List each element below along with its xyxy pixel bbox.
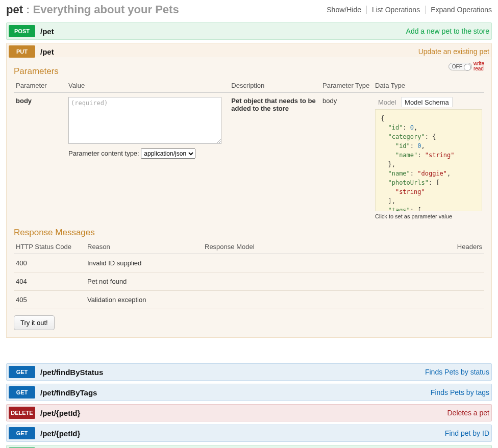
method-badge: GET bbox=[9, 427, 35, 439]
status-reason: Validation exception bbox=[85, 291, 203, 309]
method-badge: PUT bbox=[9, 45, 35, 58]
schema-hint[interactable]: Click to set as parameter value bbox=[375, 213, 482, 219]
param-description: Pet object that needs to be added to the… bbox=[229, 93, 320, 224]
op-summary: Finds Pets by status bbox=[425, 368, 489, 376]
status-code: 405 bbox=[14, 291, 85, 309]
op-path: /pet/{petId} bbox=[40, 429, 80, 438]
list-operations[interactable]: List Operations bbox=[367, 6, 426, 14]
op-post-petid[interactable]: POST /pet/{petId} Updates a pet in the s… bbox=[6, 445, 492, 448]
write-read-toggle[interactable]: OFF writeread bbox=[449, 61, 484, 71]
method-badge: POST bbox=[9, 25, 35, 37]
col-model: Response Model bbox=[203, 240, 385, 254]
op-get-petid[interactable]: GET /pet/{petId} Find pet by ID bbox=[6, 425, 492, 442]
status-code: 404 bbox=[14, 272, 85, 291]
op-path: /pet/findByTags bbox=[40, 388, 97, 397]
col-reason: Reason bbox=[85, 240, 203, 254]
op-summary: Update an existing pet bbox=[418, 47, 489, 56]
param-name: body bbox=[14, 93, 66, 224]
col-parameter: Parameter bbox=[14, 79, 66, 93]
op-post-pet[interactable]: POST /pet Add a new pet to the store bbox=[6, 22, 492, 40]
status-reason: Invalid ID supplied bbox=[85, 254, 203, 272]
resource-title[interactable]: pet : Everything about your Pets bbox=[6, 3, 179, 16]
response-row: 400 Invalid ID supplied bbox=[14, 254, 484, 272]
toggle-show-hide[interactable]: Show/Hide bbox=[321, 6, 367, 14]
col-param-type: Parameter Type bbox=[320, 79, 373, 93]
resource-header: pet : Everything about your Pets Show/Hi… bbox=[6, 0, 492, 19]
tab-model-schema[interactable]: Model Schema bbox=[401, 97, 453, 107]
col-value: Value bbox=[66, 79, 229, 93]
op-summary: Finds Pets by tags bbox=[431, 388, 489, 396]
tab-model[interactable]: Model bbox=[375, 97, 399, 107]
content-type-row: Parameter content type: application/json bbox=[68, 148, 227, 159]
expand-operations[interactable]: Expand Operations bbox=[426, 6, 492, 14]
col-data-type: Data Type bbox=[373, 79, 484, 93]
resource-name: pet bbox=[6, 3, 23, 16]
response-row: 405 Validation exception bbox=[14, 291, 484, 309]
parameters-heading: Parameters bbox=[14, 66, 484, 77]
method-badge: DELETE bbox=[9, 407, 35, 419]
resource-description: Everything about your Pets bbox=[33, 3, 179, 16]
col-headers: Headers bbox=[385, 240, 484, 254]
content-type-select[interactable]: application/json bbox=[141, 148, 195, 159]
col-description: Description bbox=[229, 79, 320, 93]
method-badge: GET bbox=[9, 386, 35, 399]
response-messages-heading: Response Messages bbox=[14, 228, 484, 238]
op-path: /pet/findByStatus bbox=[40, 368, 103, 377]
try-it-out-button[interactable]: Try it out! bbox=[14, 315, 55, 330]
content-type-label: Parameter content type: bbox=[68, 150, 139, 157]
op-body: OFF writeread Parameters Parameter Value… bbox=[6, 57, 492, 338]
datatype-tabs: Model Model Schema bbox=[375, 97, 482, 107]
op-path: /pet bbox=[40, 47, 54, 56]
resource-separator: : bbox=[23, 3, 33, 16]
op-get-findbytags[interactable]: GET /pet/findByTags Finds Pets by tags bbox=[6, 384, 492, 401]
toggle-switch[interactable]: OFF bbox=[449, 63, 472, 70]
parameters-table: Parameter Value Description Parameter Ty… bbox=[14, 79, 484, 223]
op-summary: Deletes a pet bbox=[447, 409, 490, 417]
toggle-label: writeread bbox=[474, 61, 484, 71]
body-input[interactable] bbox=[68, 97, 221, 144]
resource-ops: Show/Hide List Operations Expand Operati… bbox=[321, 6, 492, 14]
response-messages-table: HTTP Status Code Reason Response Model H… bbox=[14, 240, 484, 309]
op-path: /pet bbox=[40, 27, 54, 36]
status-code: 400 bbox=[14, 254, 85, 272]
status-reason: Pet not found bbox=[85, 272, 203, 291]
param-type: body bbox=[320, 93, 373, 224]
op-path: /pet/{petId} bbox=[40, 409, 80, 417]
response-row: 404 Pet not found bbox=[14, 272, 484, 291]
param-row-body: body Parameter content type: application… bbox=[14, 93, 484, 224]
model-schema-box[interactable]: { "id": 0, "category": { "id": 0, "name"… bbox=[375, 109, 482, 211]
col-status: HTTP Status Code bbox=[14, 240, 85, 254]
op-summary: Find pet by ID bbox=[445, 429, 489, 437]
method-badge: GET bbox=[9, 366, 35, 378]
op-delete-petid[interactable]: DELETE /pet/{petId} Deletes a pet bbox=[6, 404, 492, 421]
op-summary: Add a new pet to the store bbox=[406, 27, 489, 35]
op-get-findbystatus[interactable]: GET /pet/findByStatus Finds Pets by stat… bbox=[6, 363, 492, 381]
